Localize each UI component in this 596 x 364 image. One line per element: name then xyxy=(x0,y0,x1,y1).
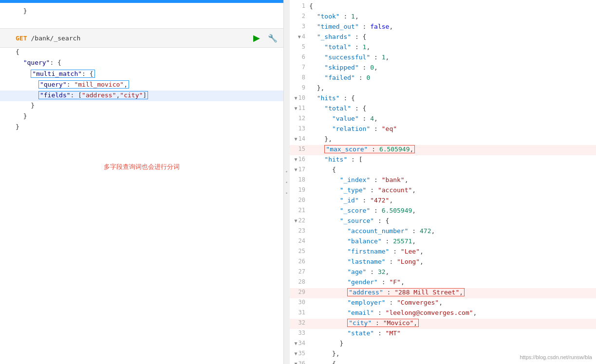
r-code-text: "email" : "leelong@comverges.com", xyxy=(307,309,596,316)
r-num: ▼14 xyxy=(290,135,307,142)
r-num: ▼17 xyxy=(290,166,307,173)
top-accent-bar xyxy=(0,0,283,3)
r-code-text: "hits" : [ xyxy=(307,156,596,163)
r-num: 20 xyxy=(290,197,307,203)
r-code-text: "relation" : "eq" xyxy=(307,125,596,132)
r-num: 9 xyxy=(290,84,307,91)
r-code-text: "total" : 1, xyxy=(307,43,596,51)
r-num: 26 xyxy=(290,258,307,265)
code-text: { xyxy=(14,48,283,55)
code-text: } xyxy=(14,112,283,120)
r-code-text: "hits" : { xyxy=(307,94,596,102)
r-num: 3 xyxy=(290,23,307,30)
r-code-text: "state" : "MT" xyxy=(307,329,596,337)
code-line-above: } xyxy=(0,7,283,18)
r-line-18: 18 "_index" : "bank", xyxy=(290,176,596,186)
r-code-text: "_type" : "account", xyxy=(307,186,596,194)
r-num: 6 xyxy=(290,54,307,60)
code-text: } xyxy=(14,7,283,15)
r-line-27: 27 "age" : 32, xyxy=(290,268,596,278)
r-num: 32 xyxy=(290,319,307,326)
play-button[interactable]: ▶ xyxy=(251,32,262,44)
r-code-text: "timed_out" : false, xyxy=(307,23,596,30)
http-method: GET xyxy=(16,35,27,42)
code-text: "multi_match": { xyxy=(14,70,283,78)
r-line-3: 3 "timed_out" : false, xyxy=(290,22,596,33)
left-editor[interactable]: } GET /bank/_search ▶ 🔧 { "query": { xyxy=(0,3,283,364)
r-line-16: ▼16 "hits" : [ xyxy=(290,155,596,165)
r-line-9: 9 }, xyxy=(290,84,596,94)
r-line-6: 6 "successful" : 1, xyxy=(290,53,596,63)
r-line-19: 19 "_type" : "account", xyxy=(290,186,596,196)
r-num: ▼35 xyxy=(290,350,307,357)
r-num: ▼10 xyxy=(290,94,307,101)
r-num: ▼11 xyxy=(290,105,307,111)
r-line-14: ▼14 }, xyxy=(290,135,596,145)
r-line-12: 12 "value" : 4, xyxy=(290,114,596,125)
r-line-30: 30 "employer" : "Comverges", xyxy=(290,298,596,309)
r-line-5: 5 "total" : 1, xyxy=(290,43,596,53)
r-code-text: "_source" : { xyxy=(307,217,596,224)
r-code-text: "_index" : "bank", xyxy=(307,176,596,183)
r-num: 24 xyxy=(290,237,307,244)
r-num: 8 xyxy=(290,74,307,81)
r-code-text: } xyxy=(307,340,596,347)
r-line-13: 13 "relation" : "eq" xyxy=(290,125,596,135)
code-text: } xyxy=(14,102,283,109)
r-line-21: 21 "_score" : 6.505949, xyxy=(290,206,596,217)
code-line-1: { xyxy=(0,48,283,58)
r-code-text: "gender" : "F", xyxy=(307,278,596,286)
code-line-6: } xyxy=(0,101,283,112)
r-code-text: "_id" : "472", xyxy=(307,197,596,204)
r-line-29: 29 "address" : "288 Mill Street", xyxy=(290,288,596,298)
r-line-31: 31 "email" : "leelong@comverges.com", xyxy=(290,309,596,319)
right-panel: 1 { 2 "took" : 1, 3 "timed_out" : false,… xyxy=(290,0,596,364)
divider-dot1: · xyxy=(284,167,290,176)
code-line-5: "fields": ["address","city"] xyxy=(0,91,283,101)
r-num: 18 xyxy=(290,176,307,183)
code-line-7: } xyxy=(0,112,283,123)
r-code-text: "successful" : 1, xyxy=(307,54,596,61)
r-line-17: ▼17 { xyxy=(290,165,596,176)
right-editor[interactable]: 1 { 2 "took" : 1, 3 "timed_out" : false,… xyxy=(290,0,596,364)
r-code-text: "firstname" : "Lee", xyxy=(307,248,596,255)
left-panel: } GET /bank/_search ▶ 🔧 { "query": { xyxy=(0,0,284,364)
r-num: 27 xyxy=(290,268,307,275)
code-line-8: } xyxy=(0,123,283,133)
panel-divider[interactable]: · · · xyxy=(284,0,290,364)
r-line-36: ▼36 { xyxy=(290,360,596,364)
r-num: 5 xyxy=(290,43,307,50)
r-num: 13 xyxy=(290,125,307,132)
r-line-22: ▼22 "_source" : { xyxy=(290,217,596,227)
r-line-7: 7 "skipped" : 0, xyxy=(290,63,596,73)
divider-dot2: · xyxy=(284,178,290,187)
r-num: ▼16 xyxy=(290,156,307,163)
r-code-text: { xyxy=(307,2,596,10)
r-code-text: "value" : 4, xyxy=(307,115,596,122)
r-line-8: 8 "failed" : 0 xyxy=(290,73,596,84)
r-code-text: "city" : "Movico", xyxy=(307,319,596,327)
wrench-button[interactable]: 🔧 xyxy=(266,33,279,44)
wrench-icon: 🔧 xyxy=(268,34,278,42)
watermark: https://blog.csdn.net/runsw/bla xyxy=(520,354,592,360)
r-line-25: 25 "firstname" : "Lee", xyxy=(290,247,596,257)
r-num: ▼34 xyxy=(290,340,307,346)
r-code-text: "total" : { xyxy=(307,105,596,112)
code-line-above2 xyxy=(0,18,283,28)
r-num: 2 xyxy=(290,13,307,19)
r-code-text: "_shards" : { xyxy=(307,33,596,40)
r-num: 7 xyxy=(290,64,307,71)
r-code-text: "skipped" : 0, xyxy=(307,64,596,71)
r-code-text: "employer" : "Comverges", xyxy=(307,299,596,306)
r-line-20: 20 "_id" : "472", xyxy=(290,196,596,206)
r-num: 29 xyxy=(290,289,307,295)
r-code-text: "took" : 1, xyxy=(307,13,596,20)
r-code-text: "failed" : 0 xyxy=(307,74,596,81)
r-line-10: ▼10 "hits" : { xyxy=(290,94,596,104)
r-line-1: 1 { xyxy=(290,2,596,12)
r-code-text: }, xyxy=(307,135,596,143)
r-code-text: { xyxy=(307,166,596,173)
r-num: 23 xyxy=(290,227,307,234)
r-num: 31 xyxy=(290,309,307,316)
r-code-text: "lastname" : "Long", xyxy=(307,258,596,265)
